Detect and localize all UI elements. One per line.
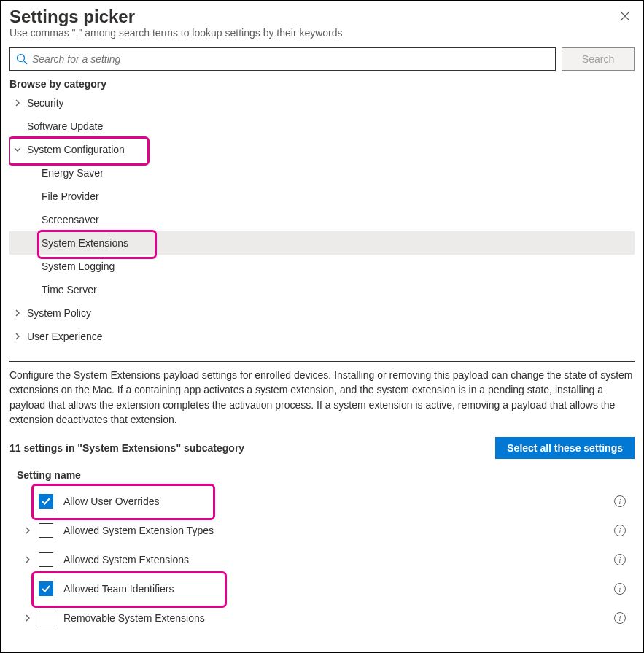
category-item-screensaver[interactable]: Screensaver <box>9 208 635 231</box>
chevron-down-icon <box>12 144 23 155</box>
category-item-system-logging[interactable]: System Logging <box>9 255 635 278</box>
setting-row-allowed-system-extension-types[interactable]: Allowed System Extension Typesi <box>9 516 635 545</box>
setting-checkbox[interactable] <box>39 611 53 625</box>
info-icon[interactable]: i <box>614 554 626 565</box>
category-label: Software Update <box>27 120 103 132</box>
select-all-button[interactable]: Select all these settings <box>495 437 635 459</box>
category-tree: SecuritySoftware UpdateSystem Configurat… <box>9 91 635 348</box>
setting-checkbox[interactable] <box>39 581 53 596</box>
chevron-right-icon <box>12 331 23 341</box>
setting-row-removable-system-extensions[interactable]: Removable System Extensionsi <box>9 603 635 633</box>
category-description: Configure the System Extensions payload … <box>9 368 635 427</box>
svg-point-0 <box>18 55 25 62</box>
expand-toggle[interactable] <box>21 614 34 622</box>
setting-checkbox[interactable] <box>39 523 53 538</box>
setting-label: Allow User Overrides <box>63 495 614 507</box>
close-button[interactable] <box>616 7 635 28</box>
setting-label: Removable System Extensions <box>63 612 614 624</box>
settings-list: Allow User OverridesiAllowed System Exte… <box>9 487 635 633</box>
info-icon[interactable]: i <box>614 612 626 624</box>
category-item-system-policy[interactable]: System Policy <box>9 301 635 325</box>
settings-count-label: 11 settings in "System Extensions" subca… <box>9 442 244 454</box>
setting-checkbox[interactable] <box>39 552 53 567</box>
page-subtitle: Use commas "," among search terms to loo… <box>9 27 343 39</box>
category-label: User Experience <box>27 331 103 342</box>
search-field-wrapper[interactable] <box>9 47 556 71</box>
category-label: System Logging <box>42 260 115 272</box>
category-label: System Extensions <box>42 237 128 249</box>
browse-by-category-label: Browse by category <box>9 78 635 90</box>
setting-checkbox[interactable] <box>39 494 53 509</box>
category-item-file-provider[interactable]: File Provider <box>9 185 635 208</box>
chevron-right-icon <box>12 308 23 318</box>
setting-row-allowed-team-identifiers[interactable]: Allowed Team Identifiersi <box>9 574 635 603</box>
close-icon <box>620 11 630 21</box>
category-label: Screensaver <box>42 214 99 225</box>
category-item-software-update[interactable]: Software Update <box>9 115 635 138</box>
column-header-setting-name: Setting name <box>9 466 635 487</box>
category-label: System Configuration <box>27 144 125 155</box>
category-label: Security <box>27 97 64 109</box>
category-item-time-server[interactable]: Time Server <box>9 278 635 301</box>
page-title: Settings picker <box>9 7 343 27</box>
search-input[interactable] <box>32 53 549 65</box>
category-label: Energy Saver <box>42 167 104 179</box>
svg-line-1 <box>24 61 28 65</box>
category-item-system-extensions[interactable]: System Extensions <box>9 231 635 255</box>
category-item-system-configuration[interactable]: System Configuration <box>9 138 635 161</box>
setting-label: Allowed Team Identifiers <box>63 583 614 595</box>
category-item-energy-saver[interactable]: Energy Saver <box>9 161 635 185</box>
category-label: System Policy <box>27 307 91 319</box>
category-label: Time Server <box>42 284 97 295</box>
setting-row-allow-user-overrides[interactable]: Allow User Overridesi <box>9 487 635 516</box>
expand-toggle[interactable] <box>21 555 34 564</box>
search-icon <box>16 53 28 65</box>
setting-row-allowed-system-extensions[interactable]: Allowed System Extensionsi <box>9 545 635 574</box>
info-icon[interactable]: i <box>614 525 626 536</box>
setting-label: Allowed System Extension Types <box>63 525 614 536</box>
category-item-security[interactable]: Security <box>9 91 635 115</box>
info-icon[interactable]: i <box>614 583 626 595</box>
category-label: File Provider <box>42 190 99 202</box>
chevron-right-icon <box>12 98 23 108</box>
search-button[interactable]: Search <box>562 47 635 71</box>
setting-label: Allowed System Extensions <box>63 554 614 565</box>
expand-toggle[interactable] <box>21 526 34 535</box>
info-icon[interactable]: i <box>614 495 626 507</box>
section-divider <box>9 361 635 362</box>
category-item-user-experience[interactable]: User Experience <box>9 325 635 348</box>
